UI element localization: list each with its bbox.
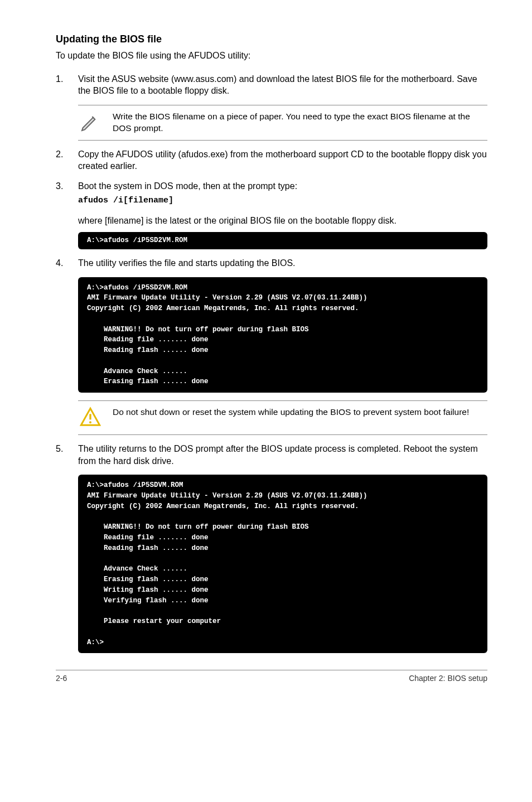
step-number: 1. xyxy=(56,73,78,97)
step-5: 5. The utility returns to the DOS prompt… xyxy=(56,443,487,467)
page-footer: 2-6 Chapter 2: BIOS setup xyxy=(56,670,487,683)
step-3-after: where [filename] is the latest or the or… xyxy=(78,215,487,227)
page-number: 2-6 xyxy=(56,674,67,683)
step-text: Copy the AFUDOS utility (afudos.exe) fro… xyxy=(78,148,487,172)
step-number: 4. xyxy=(56,257,78,269)
svg-point-1 xyxy=(89,421,91,423)
step-text: Boot the system in DOS mode, then at the… xyxy=(78,180,487,207)
command-text: afudos /i[filename] xyxy=(78,195,487,206)
step-number: 3. xyxy=(56,180,78,207)
intro-text: To update the BIOS file using the AFUDOS… xyxy=(56,50,487,62)
chapter-label: Chapter 2: BIOS setup xyxy=(409,674,487,683)
note-callout: Write the BIOS filename on a piece of pa… xyxy=(78,105,487,141)
terminal-output-3: A:\>afudos /iP5SDVM.ROM AMI Firmware Upd… xyxy=(78,475,487,653)
step-text: Visit the ASUS website (www.asus.com) an… xyxy=(78,73,487,97)
step-1: 1. Visit the ASUS website (www.asus.com)… xyxy=(56,73,487,97)
step-2: 2. Copy the AFUDOS utility (afudos.exe) … xyxy=(56,148,487,172)
step-number: 5. xyxy=(56,443,78,467)
step-number: 2. xyxy=(56,148,78,172)
section-heading: Updating the BIOS file xyxy=(56,33,487,45)
warning-text: Do not shut down or reset the system whi… xyxy=(113,407,487,418)
terminal-output-2: A:\>afudos /iP5SD2VM.ROM AMI Firmware Up… xyxy=(78,277,487,393)
note-text: Write the BIOS filename on a piece of pa… xyxy=(113,111,487,134)
pencil-icon xyxy=(78,111,103,133)
warning-icon xyxy=(78,407,103,429)
step-text: The utility returns to the DOS prompt af… xyxy=(78,443,487,467)
step-text: The utility verifies the file and starts… xyxy=(78,257,487,269)
step-3: 3. Boot the system in DOS mode, then at … xyxy=(56,180,487,207)
step-3-line: Boot the system in DOS mode, then at the… xyxy=(78,181,297,191)
terminal-output-1: A:\>afudos /iP5SD2VM.ROM xyxy=(78,232,487,249)
warning-callout: Do not shut down or reset the system whi… xyxy=(78,400,487,435)
step-4: 4. The utility verifies the file and sta… xyxy=(56,257,487,269)
